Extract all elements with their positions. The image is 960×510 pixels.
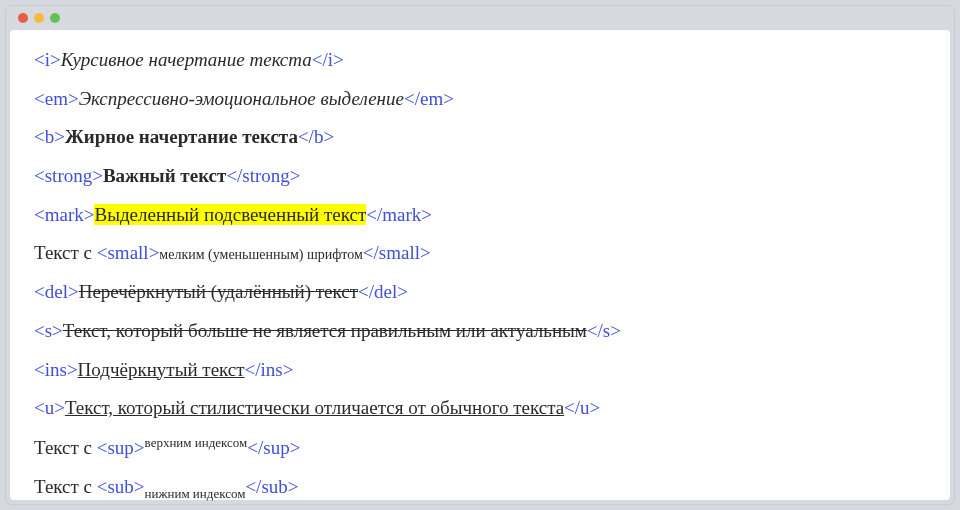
text-s: Текст, который больше не является правил… [63, 320, 587, 341]
tag-close-b: </b> [298, 126, 334, 147]
prefix-sub: Текст с [34, 476, 97, 497]
tag-open-sub: <sub> [97, 476, 145, 497]
text-del: Перечёркнутый (удалённый) текст [79, 281, 358, 302]
tag-open-b: <b> [34, 126, 65, 147]
tag-close-em: </em> [404, 88, 454, 109]
example-strong: <strong>Важный текст</strong> [34, 164, 926, 189]
tag-open-ins: <ins> [34, 359, 78, 380]
example-b: <b>Жирное начертание текста</b> [34, 125, 926, 150]
tag-close-u: </u> [564, 397, 600, 418]
example-i: <i>Курсивное начертание текста</i> [34, 48, 926, 73]
minimize-icon[interactable] [34, 13, 44, 23]
close-icon[interactable] [18, 13, 28, 23]
prefix-small: Текст с [34, 242, 97, 263]
example-small: Текст с <small>мелким (уменьшенным) шриф… [34, 241, 926, 266]
tag-close-ins: </ins> [245, 359, 294, 380]
example-mark: <mark>Выделенный подсвеченный текст</mar… [34, 203, 926, 228]
text-strong: Важный текст [103, 165, 226, 186]
tag-close-strong: </strong> [226, 165, 300, 186]
tag-close-mark: </mark> [366, 204, 432, 225]
window-frame: <i>Курсивное начертание текста</i> <em>Э… [5, 5, 955, 505]
example-sup: Текст с <sup>верхним индексом</sup> [34, 435, 926, 461]
titlebar [6, 6, 954, 30]
example-ins: <ins>Подчёркнутый текст</ins> [34, 358, 926, 383]
tag-close-small: </small> [363, 242, 431, 263]
text-i: Курсивное начертание текста [61, 49, 312, 70]
tag-open-s: <s> [34, 320, 63, 341]
text-sub: нижним индексом [145, 486, 246, 501]
tag-open-del: <del> [34, 281, 79, 302]
maximize-icon[interactable] [50, 13, 60, 23]
tag-open-i: <i> [34, 49, 61, 70]
example-sub: Текст с <sub>нижним индексом</sub> [34, 475, 926, 503]
tag-open-u: <u> [34, 397, 65, 418]
text-b: Жирное начертание текста [65, 126, 298, 147]
text-mark: Выделенный подсвеченный текст [94, 204, 366, 225]
tag-open-em: <em> [34, 88, 79, 109]
text-em: Экспрессивно-эмоциональное выделение [79, 88, 404, 109]
example-em: <em>Экспрессивно-эмоциональное выделение… [34, 87, 926, 112]
example-del: <del>Перечёркнутый (удалённый) текст</de… [34, 280, 926, 305]
tag-close-del: </del> [358, 281, 408, 302]
tag-close-sup: </sup> [247, 437, 300, 458]
text-small: мелким (уменьшенным) шрифтом [159, 247, 362, 262]
tag-close-i: </i> [312, 49, 344, 70]
example-u: <u>Текст, который стилистически отличает… [34, 396, 926, 421]
example-s: <s>Текст, который больше не является пра… [34, 319, 926, 344]
document-content: <i>Курсивное начертание текста</i> <em>Э… [10, 30, 950, 500]
tag-open-mark: <mark> [34, 204, 94, 225]
text-ins: Подчёркнутый текст [78, 359, 245, 380]
tag-open-small: <small> [97, 242, 160, 263]
text-u: Текст, который стилистически отличается … [65, 397, 564, 418]
tag-close-sub: </sub> [245, 476, 298, 497]
text-sup: верхним индексом [145, 435, 248, 450]
tag-open-strong: <strong> [34, 165, 103, 186]
prefix-sup: Текст с [34, 437, 97, 458]
tag-close-s: </s> [587, 320, 621, 341]
tag-open-sup: <sup> [97, 437, 145, 458]
